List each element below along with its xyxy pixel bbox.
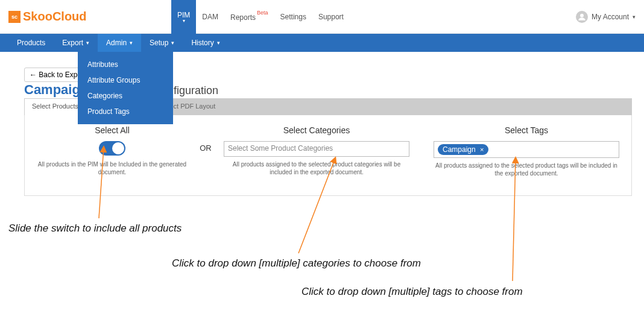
remove-tag-icon[interactable]: × [480,146,484,153]
logo-badge: sc [8,11,21,23]
tab-select-products[interactable]: Select Products [24,98,86,115]
beta-badge: Beta [257,10,268,16]
tag-chip: Campaign × [438,144,488,155]
subnav-history-label: History [191,39,213,47]
or-separator: OR [188,125,224,153]
caret-down-icon: ▾ [171,40,174,46]
admin-menu-attribute-groups[interactable]: Attribute Groups [78,72,173,88]
toggle-knob [112,142,124,154]
select-all-column: Select All All products in the PIM will … [37,125,188,176]
caret-down-icon: ▾ [86,40,89,46]
avatar-icon [576,11,588,23]
admin-menu-product-tags[interactable]: Product Tags [78,104,173,119]
top-nav: PIM ▾ DAM ReportsBeta Settings Support [171,0,350,34]
categories-column: Select Categories Select Some Product Ca… [224,125,409,176]
annotation-toggle: Slide the switch to include all products [8,222,182,235]
subnav-admin-label: Admin [106,39,127,47]
tags-heading: Select Tags [434,125,619,135]
logo-text: SkooCloud [23,10,87,24]
select-all-toggle[interactable] [99,141,125,156]
subnav-setup[interactable]: Setup▾ [141,34,183,52]
select-all-help: All products in the PIM will be Included… [37,160,188,176]
annotation-tags: Click to drop down [multiple] tags to ch… [301,286,523,298]
select-products-panel: Select All All products in the PIM will … [24,115,632,196]
tags-column: Select Tags Campaign × All products assi… [434,125,619,177]
topnav-settings[interactable]: Settings [274,0,312,34]
account-label: My Account [592,13,629,21]
svg-point-0 [580,13,584,17]
subnav-setup-label: Setup [150,39,168,47]
topnav-reports-label: Reports [230,13,256,22]
topnav-pim[interactable]: PIM ▾ [171,0,196,34]
tag-chip-label: Campaign [443,145,476,154]
admin-menu-attributes[interactable]: Attributes [78,57,173,72]
select-all-heading: Select All [37,125,188,135]
caret-down-icon: ▾ [633,14,636,20]
top-header: sc SkooCloud PIM ▾ DAM ReportsBeta Setti… [0,0,644,34]
topnav-reports[interactable]: ReportsBeta [224,0,274,34]
subnav-history[interactable]: History▾ [183,34,228,52]
categories-select[interactable]: Select Some Product Categories [224,141,409,157]
subnav-export-label: Export [62,39,83,47]
subnav-products[interactable]: Products [8,34,54,52]
caret-down-icon: ▾ [183,19,185,23]
admin-dropdown: Attributes Attribute Groups Categories P… [78,52,173,124]
caret-down-icon: ▾ [130,40,133,46]
tags-select[interactable]: Campaign × [434,141,619,158]
caret-down-icon: ▾ [217,40,220,46]
subnav-export[interactable]: Export▾ [54,34,98,52]
subnav: Products Export▾ Admin▾ Setup▾ History▾ [0,34,644,52]
tags-help: All products assigned to the selected pr… [434,162,619,177]
topnav-dam[interactable]: DAM [196,0,224,34]
categories-help: All products assigned to the selected pr… [224,160,409,176]
subnav-admin[interactable]: Admin▾ [98,34,141,52]
admin-menu-categories[interactable]: Categories [78,88,173,104]
categories-heading: Select Categories [224,125,409,135]
annotation-categories: Click to drop down [multiple] categories… [172,257,421,270]
topnav-support[interactable]: Support [312,0,350,34]
account-menu[interactable]: My Account ▾ [576,11,636,23]
